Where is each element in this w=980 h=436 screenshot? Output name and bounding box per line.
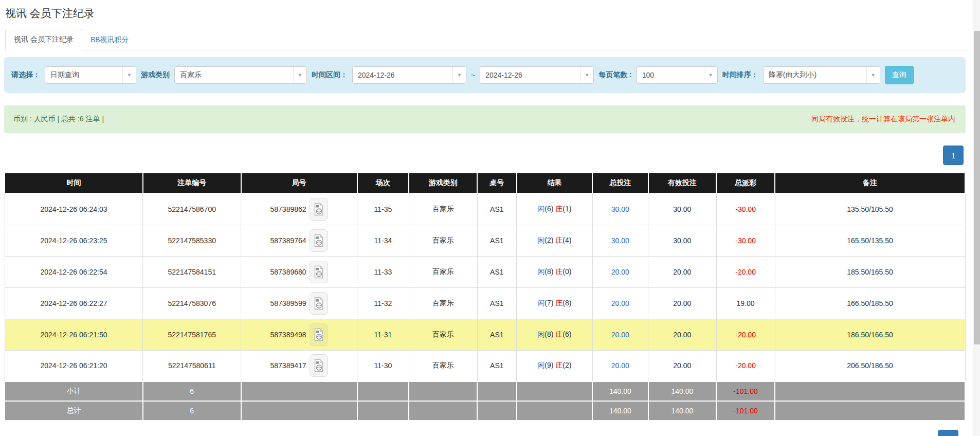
total-bet-link[interactable]: 20.00 xyxy=(611,299,629,307)
round-id-group: 587389862 xyxy=(244,198,354,221)
page-1-button[interactable]: 1 xyxy=(943,146,964,165)
cell-round-id: 587389862 xyxy=(241,193,357,225)
query-type-select[interactable]: 日期查询 ▼ xyxy=(45,66,136,84)
video-replay-button[interactable] xyxy=(310,229,328,252)
footer-empty-cell xyxy=(477,401,517,421)
footer-empty-cell xyxy=(517,401,593,421)
cell-valid-bet: 20.00 xyxy=(648,256,717,287)
table-row: 2024-12-26 06:22:27522147583076587389599… xyxy=(5,287,965,319)
footer-total-bet: 140.00 xyxy=(592,401,648,421)
date-to-select[interactable]: 2024-12-26 ▼ xyxy=(480,66,594,84)
footer-payout-value: -101.00 xyxy=(733,407,757,415)
cell-round-id: 587389498 xyxy=(241,319,357,350)
table-row: 2024-12-26 06:21:50522147581765587389498… xyxy=(5,319,965,350)
game-type-label: 游戏类别 xyxy=(141,70,170,80)
cell-table-no: AS1 xyxy=(477,350,517,382)
scrollbar-thumb[interactable] xyxy=(974,31,980,344)
cell-result: 闲(2) 庄(4) xyxy=(517,225,593,256)
betting-records-table: 时间注单编号局号场次游戏类别桌号结果总投注有效投注总派彩备注 2024-12-2… xyxy=(4,172,966,421)
result-banker-score: (0) xyxy=(562,267,571,276)
page-title: 视讯 会员下注纪录 xyxy=(5,6,966,21)
payout-value: -20.00 xyxy=(735,361,756,370)
round-id-text: 587389417 xyxy=(270,361,306,370)
round-id-group: 587389764 xyxy=(244,229,354,252)
cell-valid-bet: 30.00 xyxy=(648,225,717,256)
search-button[interactable]: 查询 xyxy=(885,66,914,84)
footer-empty-cell xyxy=(517,382,593,401)
video-replay-button[interactable] xyxy=(310,323,328,346)
tab-betting-records[interactable]: 视讯 会员下注纪录 xyxy=(5,29,82,50)
cell-total-bet: 30.00 xyxy=(592,225,648,256)
tab-bb-points[interactable]: BB视讯积分 xyxy=(82,30,137,50)
footer-bet-count: 6 xyxy=(143,382,241,401)
footer-empty-cell xyxy=(775,401,965,421)
result-player-label: 闲 xyxy=(537,330,545,338)
cell-round-id: 587389680 xyxy=(241,256,357,287)
column-header-valid-bet: 有效投注 xyxy=(648,173,717,193)
video-replay-button[interactable] xyxy=(310,292,328,315)
cell-total-bet: 30.00 xyxy=(592,193,648,225)
summary-bar: 币别 : 人民币 | 总共 :6 注单 | 同局有效投注，统一计算在该局第一张注… xyxy=(4,105,966,133)
footer-label: 总计 xyxy=(5,401,143,421)
video-replay-button[interactable] xyxy=(310,261,328,283)
total-bet-link[interactable]: 20.00 xyxy=(611,268,629,276)
result-player-score: (2) xyxy=(545,236,555,244)
video-replay-icon xyxy=(314,297,324,310)
page-1-button-bottom[interactable]: 1 xyxy=(938,430,958,436)
game-type-select[interactable]: 百家乐 ▼ xyxy=(174,66,307,84)
cell-total-bet: 20.00 xyxy=(592,256,648,287)
cell-table-no: AS1 xyxy=(477,256,517,287)
page-size-value: 100 xyxy=(637,71,704,79)
column-header-time: 时间 xyxy=(5,173,143,193)
footer-empty-cell xyxy=(241,382,357,401)
sort-order-select[interactable]: 降幂(由大到小) ▼ xyxy=(763,66,880,84)
footer-label: 小计 xyxy=(5,382,143,401)
result-player-score: (7) xyxy=(545,299,555,307)
total-bet-link[interactable]: 20.00 xyxy=(611,331,629,339)
video-replay-button[interactable] xyxy=(310,354,328,377)
date-from-value: 2024-12-26 xyxy=(353,71,452,79)
cell-payout: -20.00 xyxy=(716,350,775,382)
total-bet-link[interactable]: 30.00 xyxy=(611,237,629,245)
result-player-label: 闲 xyxy=(537,299,545,307)
date-from-select[interactable]: 2024-12-26 ▼ xyxy=(352,66,466,84)
cell-valid-bet: 20.00 xyxy=(648,319,717,350)
cell-session: 11-34 xyxy=(357,225,409,256)
table-row: 2024-12-26 06:24:03522147586700587389862… xyxy=(5,193,965,225)
result-player-label: 闲 xyxy=(537,267,545,276)
cell-result: 闲(6) 庄(1) xyxy=(517,193,593,225)
footer-empty-cell xyxy=(409,382,477,401)
cell-result: 闲(9) 庄(2) xyxy=(517,350,593,382)
cell-bet-id: 522147585330 xyxy=(143,225,241,256)
vertical-scrollbar xyxy=(973,0,980,436)
round-id-text: 587389599 xyxy=(270,299,306,307)
range-separator: ~ xyxy=(471,71,475,79)
cell-game-type: 百家乐 xyxy=(409,319,477,350)
footer-payout: -101.00 xyxy=(716,382,775,401)
cell-remark: 135.50/105.50 xyxy=(775,193,965,225)
total-bet-link[interactable]: 20.00 xyxy=(611,361,629,370)
cell-round-id: 587389599 xyxy=(241,287,357,319)
video-replay-button[interactable] xyxy=(310,198,328,221)
cell-session: 11-30 xyxy=(357,350,409,382)
footer-valid-bet: 140.00 xyxy=(648,401,717,421)
round-id-group: 587389498 xyxy=(244,323,354,346)
cell-valid-bet: 30.00 xyxy=(648,193,717,225)
video-replay-icon xyxy=(314,203,324,216)
cell-bet-id: 522147581765 xyxy=(143,319,241,350)
date-to-value: 2024-12-26 xyxy=(480,71,580,79)
payout-value: -30.00 xyxy=(735,237,756,245)
table-footer-row: 小计6140.00140.00-101.00 xyxy=(5,382,965,401)
cell-remark: 166.50/185.50 xyxy=(775,287,965,319)
payout-value: 19.00 xyxy=(737,299,755,307)
cell-payout: -20.00 xyxy=(716,256,775,287)
page-size-label: 每页笔数 : xyxy=(598,70,632,80)
column-header-game-type: 游戏类别 xyxy=(409,173,477,193)
cell-game-type: 百家乐 xyxy=(409,193,477,225)
cell-remark: 186.50/166.50 xyxy=(775,319,965,350)
result-banker-score: (6) xyxy=(562,330,571,338)
page-size-select[interactable]: 100 ▼ xyxy=(637,66,718,84)
column-header-bet-id: 注单编号 xyxy=(143,173,241,193)
betting-records-page: 视讯 会员下注纪录 视讯 会员下注纪录 BB视讯积分 请选择： 日期查询 ▼ 游… xyxy=(0,0,973,436)
total-bet-link[interactable]: 30.00 xyxy=(611,205,629,213)
